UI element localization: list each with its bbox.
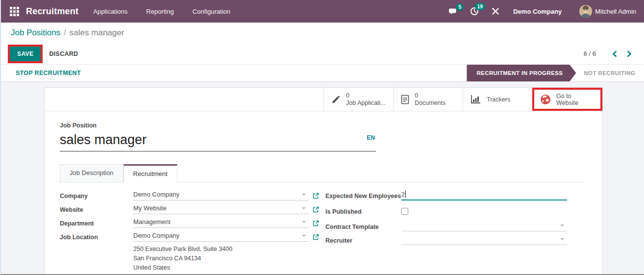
recruiter-input[interactable] bbox=[401, 235, 567, 245]
pencil-icon bbox=[331, 95, 341, 104]
job-applications-count: 0 bbox=[346, 92, 386, 100]
title-block: Job Position sales manager EN bbox=[60, 122, 376, 151]
stage-recruitment-in-progress[interactable]: RECRUITMENT IN PROGRESS bbox=[467, 65, 576, 81]
navbar-right: 5 19 Demo Company bbox=[435, 5, 636, 18]
messages-icon[interactable]: 5 bbox=[448, 7, 457, 16]
user-name: Mitchell Admin bbox=[595, 8, 636, 15]
discard-button[interactable]: DISCARD bbox=[49, 50, 78, 57]
is-published-field-row: Is Published bbox=[325, 206, 583, 216]
website-field-row: Website My Website bbox=[60, 204, 324, 214]
app-window: Recruitment Applications Reporting Confi… bbox=[0, 0, 644, 275]
expected-employees-field-row: Expected New Employees 2 bbox=[325, 191, 583, 200]
chevron-right-icon bbox=[626, 50, 632, 57]
top-navbar: Recruitment Applications Reporting Confi… bbox=[1, 0, 644, 23]
chevron-down-icon[interactable] bbox=[302, 194, 306, 196]
company-field-row: Company Demo Company bbox=[60, 191, 324, 200]
website-external-link-icon[interactable] bbox=[313, 206, 319, 213]
is-published-checkbox[interactable] bbox=[401, 208, 408, 215]
job-location-external-link-icon[interactable] bbox=[313, 234, 319, 240]
sheet-body: Job Position sales manager EN Job Descri… bbox=[45, 111, 602, 275]
menu-reporting[interactable]: Reporting bbox=[146, 8, 173, 15]
apps-grid-icon[interactable] bbox=[10, 7, 19, 16]
recruiter-label: Recruiter bbox=[325, 235, 401, 245]
menu-configuration[interactable]: Configuration bbox=[193, 8, 230, 15]
job-location-input[interactable]: Demo Company bbox=[133, 232, 309, 242]
breadcrumb-parent-link[interactable]: Job Positions bbox=[11, 28, 60, 38]
company-external-link-icon[interactable] bbox=[313, 193, 319, 199]
job-position-label: Job Position bbox=[60, 122, 376, 129]
department-input[interactable]: Management bbox=[133, 218, 309, 228]
website-label: Website bbox=[60, 204, 133, 214]
job-position-input[interactable]: sales manager bbox=[60, 132, 376, 151]
tab-job-description[interactable]: Job Description bbox=[60, 164, 124, 182]
address-line-2: San Francisco CA 94134 bbox=[133, 254, 324, 263]
text-cursor bbox=[405, 191, 406, 198]
save-button[interactable]: SAVE bbox=[10, 47, 41, 61]
breadcrumb: Job Positions / sales manager bbox=[1, 23, 644, 43]
pager-count: 6 / 6 bbox=[584, 50, 596, 57]
language-badge[interactable]: EN bbox=[367, 134, 375, 141]
documents-label: Documents bbox=[415, 100, 446, 107]
stat-button-box: 0 Job Applicati... 0 Documents bbox=[45, 88, 602, 111]
documents-button[interactable]: 0 Documents bbox=[393, 88, 463, 111]
chevron-down-icon[interactable] bbox=[302, 221, 306, 223]
address-line-1: 250 Executive Park Blvd, Suite 3400 bbox=[133, 245, 324, 254]
documents-count: 0 bbox=[415, 92, 446, 100]
expected-employees-label: Expected New Employees bbox=[325, 191, 401, 200]
department-label: Department bbox=[60, 218, 133, 228]
tools-icon bbox=[492, 7, 499, 15]
notebook-tabs: Job Description Recruitment bbox=[60, 164, 583, 182]
developer-tools-icon[interactable] bbox=[492, 7, 499, 15]
stage-selector: RECRUITMENT IN PROGRESS NOT RECRUITING bbox=[467, 65, 644, 81]
job-applications-button[interactable]: 0 Job Applicati... bbox=[323, 88, 393, 111]
activities-badge: 19 bbox=[475, 3, 486, 10]
chevron-down-icon[interactable] bbox=[560, 238, 564, 240]
pager-previous-button[interactable] bbox=[608, 49, 622, 59]
recruiter-field-row: Recruiter bbox=[325, 235, 583, 245]
chevron-left-icon bbox=[612, 50, 618, 57]
company-label: Company bbox=[60, 191, 133, 200]
record-pager: 6 / 6 bbox=[584, 49, 644, 59]
chevron-down-icon[interactable] bbox=[302, 207, 306, 209]
trackers-label: Trackers bbox=[487, 96, 510, 103]
avatar bbox=[579, 5, 592, 18]
app-name[interactable]: Recruitment bbox=[26, 6, 78, 17]
job-location-address: 250 Executive Park Blvd, Suite 3400 San … bbox=[133, 245, 324, 273]
document-icon bbox=[401, 95, 409, 104]
stop-recruitment-button[interactable]: STOP RECRUITMENT bbox=[16, 70, 81, 76]
address-line-3: United States bbox=[133, 263, 324, 273]
website-input[interactable]: My Website bbox=[133, 204, 309, 214]
breadcrumb-separator: / bbox=[64, 28, 66, 38]
form-sheet: 0 Job Applicati... 0 Documents bbox=[44, 87, 603, 275]
contract-template-input[interactable] bbox=[401, 222, 567, 231]
form-statusbar: STOP RECRUITMENT RECRUITMENT IN PROGRESS… bbox=[1, 64, 644, 82]
department-external-link-icon[interactable] bbox=[313, 220, 319, 226]
contract-template-label: Contract Template bbox=[325, 222, 401, 231]
menu-applications[interactable]: Applications bbox=[93, 8, 127, 15]
form-left-column: Company Demo Company bbox=[60, 191, 324, 275]
expected-employees-input[interactable]: 2 bbox=[401, 191, 567, 200]
chevron-down-icon[interactable] bbox=[560, 225, 564, 226]
trackers-button[interactable]: Trackers bbox=[463, 88, 532, 111]
company-input[interactable]: Demo Company bbox=[133, 191, 309, 200]
stage-not-recruiting[interactable]: NOT RECRUITING bbox=[576, 65, 644, 81]
save-annotation-highlight: SAVE bbox=[8, 45, 43, 63]
control-panel: SAVE DISCARD 6 / 6 bbox=[1, 43, 644, 64]
content-area: 0 Job Applicati... 0 Documents bbox=[1, 82, 644, 275]
go-to-website-button[interactable]: Go to Website bbox=[532, 88, 602, 111]
job-applications-label: Job Applicati... bbox=[346, 100, 386, 107]
chevron-down-icon[interactable] bbox=[302, 235, 306, 237]
tab-recruitment[interactable]: Recruitment bbox=[124, 164, 177, 182]
bar-chart-icon bbox=[471, 95, 481, 104]
main-menu: Applications Reporting Configuration bbox=[93, 8, 230, 15]
job-location-field-row: Job Location Demo Company bbox=[60, 232, 324, 242]
activities-icon[interactable]: 19 bbox=[470, 7, 479, 16]
is-published-label: Is Published bbox=[325, 206, 401, 216]
company-switcher[interactable]: Demo Company bbox=[513, 8, 562, 15]
breadcrumb-current: sales manager bbox=[70, 28, 124, 38]
globe-icon bbox=[540, 94, 551, 105]
user-menu[interactable]: Mitchell Admin bbox=[579, 5, 636, 18]
pager-next-button[interactable] bbox=[622, 49, 636, 59]
go-to-website-label: Go to Website bbox=[556, 93, 585, 106]
recruitment-tab-content: Company Demo Company bbox=[60, 191, 583, 275]
